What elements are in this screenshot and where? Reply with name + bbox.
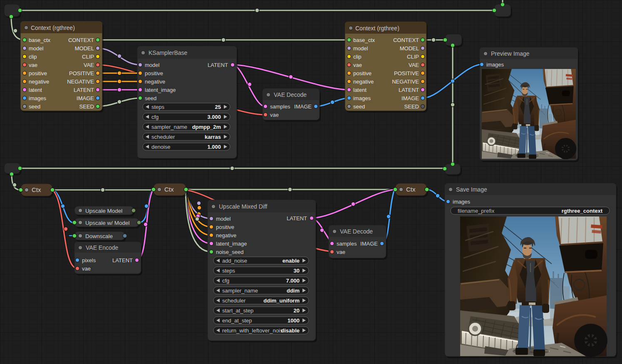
svg-text:seed: seed — [29, 103, 40, 110]
svg-text:CLIP: CLIP — [82, 54, 94, 60]
svg-text:Ctx: Ctx — [406, 186, 416, 193]
svg-text:scheduler: scheduler — [222, 298, 246, 304]
svg-text:Context (rgthree): Context (rgthree) — [31, 25, 75, 31]
svg-text:VAE Encode: VAE Encode — [86, 244, 119, 251]
svg-text:rgthree_context: rgthree_context — [562, 208, 603, 214]
svg-text:seed: seed — [353, 103, 365, 110]
svg-text:POSITIVE: POSITIVE — [394, 70, 419, 76]
svg-text:Upscale Mixed Diff: Upscale Mixed Diff — [219, 203, 268, 210]
svg-text:images: images — [486, 61, 504, 68]
svg-text:VAE: VAE — [409, 62, 419, 68]
svg-text:positive: positive — [145, 70, 163, 76]
svg-text:VAE: VAE — [84, 62, 94, 68]
svg-text:VAE Decode: VAE Decode — [340, 228, 373, 235]
svg-text:positive: positive — [29, 70, 47, 76]
svg-text:Downscale: Downscale — [85, 233, 113, 239]
svg-text:cfg: cfg — [222, 278, 229, 284]
svg-text:vae: vae — [353, 62, 362, 68]
svg-text:return_with_leftover_nois: return_with_leftover_nois — [222, 327, 283, 334]
svg-text:20: 20 — [294, 307, 300, 314]
svg-text:end_at_step: end_at_step — [222, 317, 252, 324]
svg-text:vae: vae — [337, 249, 345, 255]
svg-text:IMAGE: IMAGE — [294, 103, 312, 110]
svg-text:cfg: cfg — [151, 114, 159, 120]
svg-text:negative: negative — [216, 232, 236, 239]
svg-text:30: 30 — [294, 268, 300, 274]
svg-text:images: images — [29, 95, 46, 101]
svg-text:vae: vae — [29, 62, 37, 68]
svg-text:karras: karras — [205, 134, 221, 140]
svg-text:negative: negative — [145, 79, 165, 85]
svg-text:positive: positive — [216, 224, 234, 230]
svg-text:base_ctx: base_ctx — [353, 37, 375, 43]
svg-text:seed: seed — [145, 95, 156, 101]
svg-text:NEGATIVE: NEGATIVE — [392, 79, 419, 85]
svg-text:vae: vae — [82, 266, 91, 272]
svg-text:1000: 1000 — [287, 317, 300, 324]
svg-text:Save Image: Save Image — [456, 186, 487, 193]
svg-text:negative: negative — [29, 79, 49, 85]
svg-text:disable: disable — [281, 327, 300, 334]
svg-text:images: images — [453, 199, 470, 205]
svg-text:7.000: 7.000 — [286, 278, 300, 284]
svg-text:IMAGE: IMAGE — [77, 95, 94, 101]
svg-text:CLIP: CLIP — [407, 54, 419, 60]
svg-text:latent: latent — [29, 87, 42, 93]
svg-text:sampler_name: sampler_name — [222, 288, 258, 294]
svg-text:Preview Image: Preview Image — [491, 50, 530, 57]
svg-text:ddim_uniform: ddim_uniform — [263, 298, 300, 304]
svg-text:LATENT: LATENT — [74, 87, 94, 93]
svg-text:vae: vae — [270, 112, 279, 118]
svg-text:latent_image: latent_image — [216, 241, 247, 247]
svg-text:positive: positive — [353, 70, 372, 76]
svg-text:images: images — [353, 95, 371, 101]
svg-text:dpmpp_2m: dpmpp_2m — [192, 124, 221, 130]
svg-text:SEED: SEED — [404, 103, 419, 110]
svg-text:NEGATIVE: NEGATIVE — [67, 79, 94, 85]
svg-text:model: model — [145, 62, 160, 68]
svg-text:samples: samples — [337, 241, 357, 247]
svg-text:latent_image: latent_image — [145, 87, 176, 93]
svg-text:LATENT: LATENT — [287, 215, 307, 221]
svg-text:enable: enable — [283, 258, 300, 264]
svg-text:noise_seed: noise_seed — [216, 249, 244, 255]
svg-text:negative: negative — [353, 79, 374, 85]
svg-text:sampler_name: sampler_name — [151, 124, 187, 130]
svg-text:LATENT: LATENT — [399, 87, 419, 93]
svg-text:VAE Decode: VAE Decode — [274, 91, 307, 98]
svg-text:model: model — [29, 45, 44, 52]
svg-text:CONTEXT: CONTEXT — [393, 37, 419, 43]
svg-text:start_at_step: start_at_step — [222, 307, 253, 314]
svg-text:Ctx: Ctx — [164, 186, 174, 193]
svg-text:MODEL: MODEL — [75, 45, 94, 52]
svg-text:Upscale w/ Model: Upscale w/ Model — [85, 220, 130, 226]
svg-text:MODEL: MODEL — [400, 45, 419, 52]
svg-text:25: 25 — [215, 104, 221, 110]
svg-text:CONTEXT: CONTEXT — [68, 37, 94, 43]
svg-text:Upscale Model: Upscale Model — [85, 208, 122, 214]
svg-text:latent: latent — [353, 87, 367, 93]
svg-text:clip: clip — [353, 54, 362, 60]
svg-text:model: model — [353, 45, 368, 52]
svg-text:clip: clip — [29, 54, 37, 60]
svg-text:SEED: SEED — [79, 103, 94, 110]
svg-text:pixels: pixels — [82, 257, 96, 263]
svg-text:scheduler: scheduler — [151, 134, 175, 140]
svg-text:LATENT: LATENT — [208, 62, 228, 68]
svg-text:steps: steps — [151, 104, 165, 110]
svg-text:filename_prefix: filename_prefix — [458, 208, 495, 214]
svg-text:Ctx: Ctx — [32, 186, 41, 193]
svg-text:samples: samples — [270, 103, 290, 110]
svg-text:POSITIVE: POSITIVE — [69, 70, 94, 76]
svg-text:3.000: 3.000 — [207, 114, 221, 120]
svg-text:LATENT: LATENT — [112, 257, 133, 263]
svg-text:ddim: ddim — [287, 288, 300, 294]
svg-text:base_ctx: base_ctx — [29, 37, 51, 43]
svg-text:model: model — [216, 216, 231, 222]
svg-text:1.000: 1.000 — [207, 144, 221, 150]
svg-text:denoise: denoise — [151, 144, 171, 150]
svg-text:IMAGE: IMAGE — [360, 241, 378, 247]
svg-text:IMAGE: IMAGE — [401, 95, 419, 101]
svg-text:Context (rgthree): Context (rgthree) — [355, 25, 399, 32]
svg-text:KSamplerBase: KSamplerBase — [149, 49, 188, 56]
